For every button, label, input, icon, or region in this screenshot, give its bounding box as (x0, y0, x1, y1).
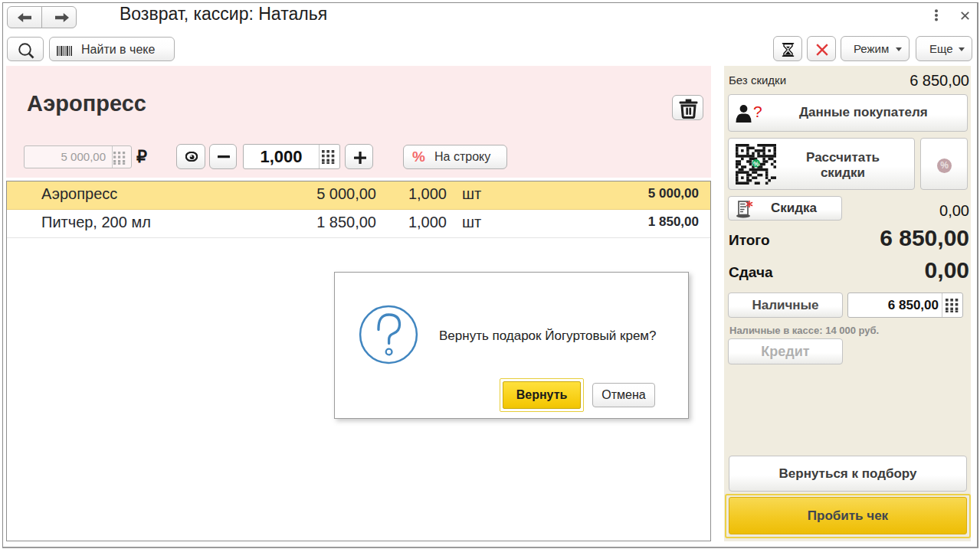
svg-text:%: % (753, 160, 759, 168)
